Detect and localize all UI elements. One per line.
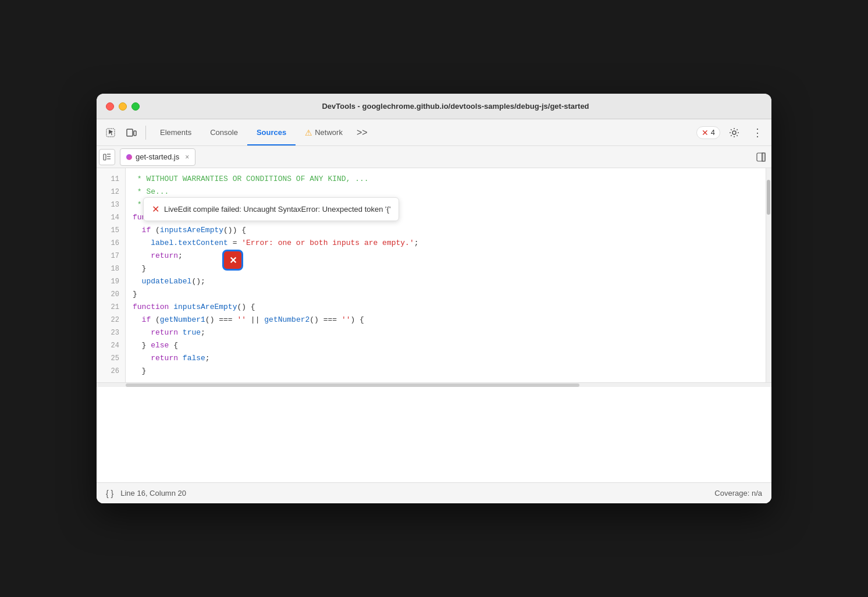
- device-toolbar-icon[interactable]: [122, 123, 141, 142]
- tab-elements[interactable]: Elements: [151, 119, 201, 145]
- maximize-button[interactable]: [131, 102, 140, 111]
- line-num-18: 18: [97, 262, 125, 275]
- expand-sidebar-button[interactable]: [99, 149, 115, 165]
- inspect-element-icon[interactable]: [101, 123, 120, 142]
- file-tab-close-button[interactable]: ×: [185, 153, 189, 161]
- more-options-button[interactable]: ⋮: [748, 123, 767, 142]
- tab-network[interactable]: ⚠ Network: [296, 119, 352, 145]
- line-num-26: 26: [97, 365, 125, 378]
- file-tab-get-started[interactable]: get-started.js ×: [120, 148, 195, 166]
- h-scrollbar-thumb[interactable]: [126, 383, 579, 387]
- code-line-24: } else {: [133, 339, 766, 352]
- vertical-scrollbar[interactable]: [766, 168, 771, 382]
- svg-rect-4: [104, 154, 106, 160]
- scrollbar-thumb[interactable]: [767, 180, 770, 215]
- line-num-14: 14: [97, 211, 125, 224]
- horizontal-scrollbar[interactable]: [97, 382, 771, 387]
- code-area: ✕ LiveEdit compile failed: Uncaught Synt…: [97, 168, 771, 482]
- code-line-22: if (getNumber1() === '' || getNumber2() …: [133, 314, 766, 326]
- line-num-25: 25: [97, 352, 125, 365]
- error-x-icon: ✕: [229, 255, 237, 266]
- line-num-23: 23: [97, 326, 125, 339]
- tab-console[interactable]: Console: [201, 119, 247, 145]
- warning-icon: ⚠: [305, 128, 312, 137]
- line-num-15: 15: [97, 224, 125, 237]
- line-num-11: 11: [97, 173, 125, 186]
- toolbar-divider: [145, 126, 146, 140]
- toolbar-right: ✕ 4 ⋮: [696, 123, 767, 142]
- code-line-19: updateLabel();: [133, 275, 766, 288]
- error-tooltip: ✕ LiveEdit compile failed: Uncaught Synt…: [143, 197, 399, 221]
- code-line-20: }: [133, 288, 766, 301]
- svg-rect-9: [762, 153, 765, 161]
- statusbar-right: Coverage: n/a: [714, 489, 762, 498]
- coverage-label: Coverage: n/a: [714, 489, 762, 498]
- error-badge[interactable]: ✕ 4: [696, 126, 720, 139]
- devtools-body: Elements Console Sources ⚠ Network >>: [97, 119, 771, 503]
- line-num-17: 17: [97, 250, 125, 262]
- line-error-badge[interactable]: ✕: [222, 250, 243, 271]
- line-num-13: 13: [97, 198, 125, 211]
- line-num-20: 20: [97, 288, 125, 301]
- traffic-lights: [106, 102, 140, 111]
- code-line-11: * WITHOUT WARRANTIES OR CONDITIONS OF AN…: [133, 173, 766, 186]
- window-title: DevTools - googlechrome.github.io/devtoo…: [149, 102, 762, 111]
- error-circle-icon: ✕: [702, 128, 709, 137]
- statusbar: { } Line 16, Column 20 Coverage: n/a: [97, 482, 771, 503]
- minimize-button[interactable]: [119, 102, 127, 111]
- line-num-21: 21: [97, 301, 125, 314]
- code-line-23: return true;: [133, 326, 766, 339]
- svg-rect-1: [127, 129, 133, 136]
- devtools-window: DevTools - googlechrome.github.io/devtoo…: [97, 94, 771, 503]
- line-num-19: 19: [97, 275, 125, 288]
- statusbar-left: { } Line 16, Column 20: [106, 489, 186, 498]
- cursor-position: Line 16, Column 20: [120, 489, 186, 498]
- close-button[interactable]: [106, 102, 114, 111]
- code-line-26: }: [133, 365, 766, 378]
- tab-list: Elements Console Sources ⚠ Network >>: [151, 119, 694, 145]
- code-line-15: if (inputsAreEmpty()) {: [133, 224, 766, 237]
- code-line-21: function inputsAreEmpty() {: [133, 301, 766, 314]
- more-tabs-button[interactable]: >>: [352, 127, 372, 138]
- line-num-24: 24: [97, 339, 125, 352]
- line-num-22: 22: [97, 314, 125, 326]
- code-line-25: return false;: [133, 352, 766, 365]
- settings-button[interactable]: [725, 123, 744, 142]
- code-line-16: label.textContent = 'Error: one or both …: [133, 237, 766, 250]
- svg-point-3: [732, 131, 736, 134]
- curly-braces-icon[interactable]: { }: [106, 489, 113, 498]
- file-tab-icon: [126, 154, 132, 160]
- line-num-12: 12: [97, 186, 125, 198]
- file-tabs-bar: get-started.js ×: [97, 146, 771, 168]
- collapse-sidebar-button[interactable]: [753, 149, 769, 165]
- top-toolbar: Elements Console Sources ⚠ Network >>: [97, 119, 771, 146]
- line-numbers: 11 12 13 14 15 16 17 18 19 20 21 22 23 2…: [97, 168, 126, 382]
- svg-rect-2: [134, 131, 136, 136]
- tab-sources[interactable]: Sources: [247, 119, 296, 145]
- error-tooltip-icon: ✕: [152, 204, 159, 215]
- titlebar: DevTools - googlechrome.github.io/devtoo…: [97, 94, 771, 119]
- code-line-12: * Se...: [133, 186, 766, 198]
- line-num-16: 16: [97, 237, 125, 250]
